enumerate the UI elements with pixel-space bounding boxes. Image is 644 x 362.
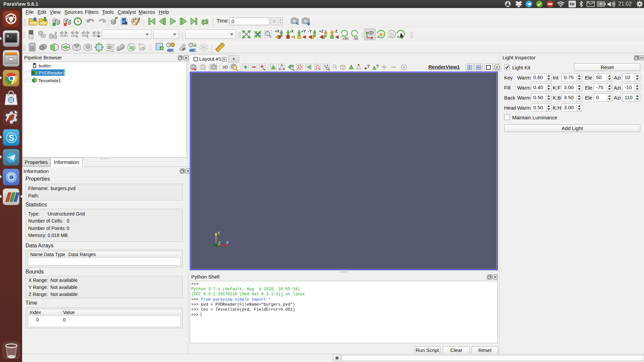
- svg-text:Y: Y: [217, 231, 220, 236]
- svg-text:?: ?: [367, 64, 370, 69]
- svg-text:-X: -X: [290, 29, 294, 33]
- svg-text:2: 2: [55, 31, 57, 35]
- svg-text:-90: -90: [353, 37, 358, 41]
- svg-text:S: S: [9, 133, 14, 142]
- svg-text:+90: +90: [342, 37, 348, 41]
- svg-text:X: X: [226, 240, 228, 245]
- svg-text:3D: 3D: [222, 65, 228, 70]
- svg-text:Z: Z: [218, 241, 221, 246]
- svg-text:t: t: [87, 34, 88, 39]
- svg-text:+Y: +Y: [301, 29, 306, 33]
- svg-text:?: ?: [376, 64, 379, 69]
- svg-text:-Z: -Z: [334, 29, 338, 33]
- svg-text:c: c: [76, 34, 78, 39]
- svg-text:-Y: -Y: [308, 29, 312, 33]
- svg-text:+Z: +Z: [319, 29, 323, 33]
- svg-text:+X: +X: [275, 29, 279, 33]
